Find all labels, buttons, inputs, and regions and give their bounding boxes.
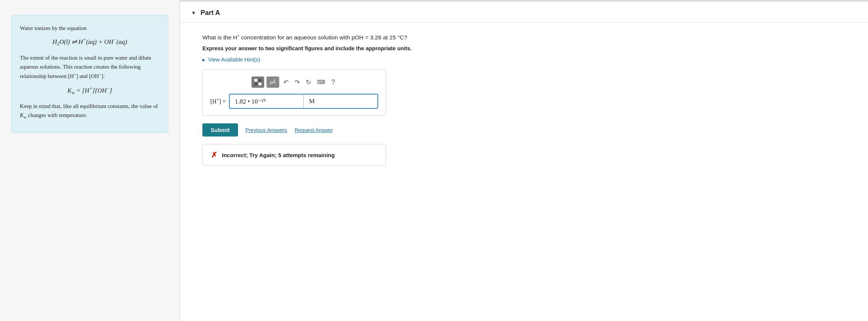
hint-label: View Available Hint(s) xyxy=(208,57,260,63)
part-chevron[interactable]: ▼ xyxy=(191,10,196,16)
toolbar: μÅ ↶ ↷ ↻ ⌨ ? xyxy=(210,76,378,88)
reset-button[interactable]: ↻ xyxy=(304,77,313,87)
incorrect-text: Incorrect; Try Again; 5 attempts remaini… xyxy=(222,152,335,158)
reset-icon: ↻ xyxy=(306,78,311,86)
answer-container: μÅ ↶ ↷ ↻ ⌨ ? xyxy=(202,69,386,116)
part-header: ▼ Part A xyxy=(180,2,868,22)
action-row: Submit Previous Answers Request Answer xyxy=(202,123,846,136)
redo-button[interactable]: ↷ xyxy=(293,77,302,87)
hint-link[interactable]: ▶ View Available Hint(s) xyxy=(202,57,846,63)
undo-icon: ↶ xyxy=(283,78,289,86)
left-panel: Water ionizes by the equation H2O(l) ⇌ H… xyxy=(0,0,180,321)
paragraph1: The extent of the reaction is small in p… xyxy=(20,53,160,81)
unit-input[interactable] xyxy=(303,94,378,109)
mu-label: μÅ xyxy=(270,80,276,85)
keyboard-icon: ⌨ xyxy=(317,79,325,86)
equation1: H2O(l) ⇌ H+(aq) + OH−(aq) xyxy=(20,36,160,48)
x-icon: ✗ xyxy=(211,150,217,159)
submit-button[interactable]: Submit xyxy=(202,123,238,136)
help-button[interactable]: ? xyxy=(329,77,337,87)
info-box: Water ionizes by the equation H2O(l) ⇌ H… xyxy=(11,15,168,133)
paragraph2: Keep in mind that, like all equilibrium … xyxy=(20,102,160,120)
instructions: Express your answer to two significant f… xyxy=(202,45,846,51)
intro-text: Water ionizes by the equation xyxy=(20,24,160,33)
mu-button[interactable]: μÅ xyxy=(266,76,279,88)
incorrect-box: ✗ Incorrect; Try Again; 5 attempts remai… xyxy=(202,144,386,166)
template-button[interactable] xyxy=(251,76,264,88)
input-label: [H+] = xyxy=(210,98,226,105)
previous-answers-link[interactable]: Previous Answers xyxy=(245,127,287,133)
keyboard-button[interactable]: ⌨ xyxy=(315,78,327,87)
request-answer-link[interactable]: Request Answer xyxy=(295,127,333,133)
part-title: Part A xyxy=(201,9,220,17)
equation2: Kw = [H+][OH−] xyxy=(20,85,160,97)
content-area: What is the H+ concentration for an aque… xyxy=(180,22,868,177)
redo-icon: ↷ xyxy=(295,78,300,86)
right-panel: ▼ Part A What is the H+ concentration fo… xyxy=(180,0,868,321)
math-input[interactable] xyxy=(229,94,304,109)
help-label: ? xyxy=(331,78,335,86)
question-text: What is the H+ concentration for an aque… xyxy=(202,33,846,42)
hint-chevron: ▶ xyxy=(202,58,205,62)
undo-button[interactable]: ↶ xyxy=(281,77,290,87)
input-row: [H+] = xyxy=(210,94,378,109)
